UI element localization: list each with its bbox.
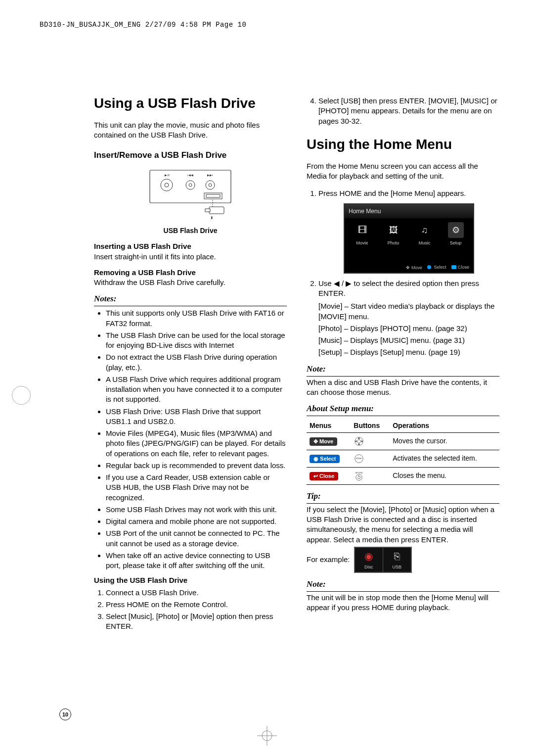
list-item: If you use a Card Reader, USB extension … (106, 472, 287, 503)
usb-cell: ⎘ USB (383, 548, 411, 572)
usb-icon: ⎘ (385, 550, 409, 563)
note2-heading: Note: (307, 579, 499, 592)
page-number: 10 (59, 709, 71, 720)
list-item: Use ◀ / ▶ to select the desired option t… (318, 279, 499, 358)
note-heading: Note: (307, 364, 499, 377)
section-heading-home: Using the Home Menu (307, 135, 499, 154)
home-menu-body: 🎞 Movie 🖼 Photo ♫ Music (345, 218, 473, 249)
col-menus: Menus (307, 419, 351, 432)
notes-list: This unit supports only USB Flash Drive … (94, 308, 287, 570)
tip-text: If you select the [Movie], [Photo] or [M… (307, 505, 499, 545)
col-buttons: Buttons (351, 419, 390, 432)
home-menu-item-photo: 🖼 Photo (382, 222, 405, 246)
select-badge: ◉ Select (310, 455, 340, 463)
enter-button-icon: ENTER (354, 453, 364, 464)
using-usb-heading: Using the USB Flash Drive (94, 575, 287, 585)
close-badge: ↩ Close (310, 472, 338, 480)
home-item-label: Photo (388, 240, 400, 245)
op-text: Activates the selected item. (390, 450, 499, 467)
home-menu-hints: ✥Move Select Close (345, 249, 473, 273)
home-menu-item-music: ♫ Music (413, 222, 437, 246)
inserting-heading: Inserting a USB Flash Drive (94, 241, 287, 251)
svg-text:I◀◀: I◀◀ (187, 174, 193, 177)
tip-heading: Tip: (307, 491, 499, 504)
op-text: Closes the menu. (390, 467, 499, 484)
list-item: Press HOME on the Remote Control. (106, 600, 287, 610)
usb-label: USB (392, 565, 401, 569)
content-columns: Using a USB Flash Drive This unit can pl… (94, 94, 499, 637)
home-steps: Press HOME and the [Home Menu] appears. … (307, 189, 499, 358)
using-usb-steps: Connect a USB Flash Drive. Press HOME on… (94, 588, 287, 632)
disc-label: Disc (364, 565, 373, 569)
table-row: ◉ Select ENTER Activates the selected it… (307, 450, 499, 467)
step2-text: Use ◀ / ▶ to select the desired option t… (318, 279, 479, 297)
list-item: Select [USB] then press ENTER. [MOVIE], … (318, 96, 499, 126)
option-line: [Movie] – Start video media's playback o… (318, 301, 499, 322)
svg-text:⬍: ⬍ (210, 216, 214, 220)
return-hint-icon (451, 265, 456, 269)
list-item: A USB Flash Drive which requires additio… (106, 375, 287, 405)
inserting-text: Insert straight-in until it fits into pl… (94, 252, 287, 262)
about-setup-heading: About Setup menu: (307, 403, 499, 416)
svg-rect-13 (205, 209, 210, 212)
svg-text:RETURN: RETURN (356, 472, 363, 474)
home-menu-item-setup: ⚙ Setup (444, 222, 468, 246)
list-item: Connect a USB Flash Drive. (106, 588, 287, 598)
photo-icon: 🖼 (386, 222, 401, 238)
list-item: The USB Flash Drive can be used for the … (106, 331, 287, 351)
dpad-button-icon (354, 436, 364, 447)
svg-text:▶▶I: ▶▶I (207, 174, 213, 177)
usb-caption: USB Flash Drive (94, 226, 287, 236)
for-example-label: For example: (307, 555, 350, 563)
col-operations: Operations (390, 419, 499, 432)
setup-icon: ⚙ (448, 222, 464, 238)
table-row: ✥ Move Moves the cursor. (307, 432, 499, 450)
table-header-row: Menus Buttons Operations (307, 419, 499, 432)
svg-text:▶/II: ▶/II (165, 174, 170, 177)
home-menu-title: Home Menu (345, 204, 473, 218)
media-select-figure: ◉ Disc ⎘ USB (354, 547, 412, 573)
list-item: Digital camera and mobile phone are not … (106, 517, 287, 526)
list-item: USB Port of the unit cannot be connected… (106, 528, 287, 549)
svg-point-21 (356, 474, 362, 480)
list-item: Press HOME and the [Home Menu] appears. … (318, 189, 499, 274)
home-item-label: Music (419, 240, 431, 245)
svg-point-17 (357, 439, 361, 443)
print-header: BD310-JN_BUSAJJK_OM_ENG 2/27/09 4:58 PM … (40, 21, 246, 29)
step1-text: Press HOME and the [Home Menu] appears. (318, 189, 466, 197)
note2-text: The unit will be in stop mode then the [… (307, 593, 499, 613)
disc-cell: ◉ Disc (355, 548, 383, 572)
usb-insert-figure: ▶/II I◀◀ ▶▶I ⬍ USB Flash Drive (94, 167, 287, 236)
home-menu-item-movie: 🎞 Movie (351, 222, 374, 246)
option-descriptions: [Movie] – Start video media's playback o… (318, 301, 499, 357)
usb-intro: This unit can play the movie, music and … (94, 120, 287, 141)
movie-icon: 🎞 (355, 222, 370, 238)
option-line: [Photo] – Displays [PHOTO] menu. (page 3… (318, 324, 499, 333)
list-item: Select [Music], [Photo] or [Movie] optio… (106, 612, 287, 632)
removing-text: Withdraw the USB Flash Drive carefully. (94, 278, 287, 287)
return-button-icon: RETURN (354, 471, 364, 481)
section-heading-usb: Using a USB Flash Drive (94, 94, 287, 113)
manual-page: BD310-JN_BUSAJJK_OM_ENG 2/27/09 4:58 PM … (0, 0, 534, 756)
select-dot-icon (427, 265, 431, 269)
list-item: Regular back up is recommended to preven… (106, 461, 287, 471)
home-menu-figure: Home Menu 🎞 Movie 🖼 Photo ♫ (344, 203, 474, 274)
svg-text:ENTER: ENTER (356, 458, 362, 460)
left-column: Using a USB Flash Drive This unit can pl… (94, 94, 287, 637)
list-item: Movie Files (MPEG4), Music files (MP3/WM… (106, 428, 287, 459)
crop-mark-bottom-icon (257, 726, 277, 747)
list-item: Do not extract the USB Flash Drive durin… (106, 352, 287, 373)
insert-remove-heading: Insert/Remove a USB Flash Drive (94, 150, 287, 161)
music-icon: ♫ (417, 222, 433, 238)
binding-hole-icon (12, 386, 31, 405)
list-item: This unit supports only USB Flash Drive … (106, 308, 287, 329)
notes-heading: Notes: (94, 293, 287, 306)
table-row: ↩ Close RETURN Closes the menu. (307, 467, 499, 484)
removing-heading: Removing a USB Flash Drive (94, 268, 287, 278)
home-item-label: Setup (450, 240, 462, 245)
move-badge: ✥ Move (310, 437, 337, 446)
dpad-icon: ✥ (406, 265, 410, 271)
continued-steps: Select [USB] then press ENTER. [MOVIE], … (307, 96, 499, 126)
option-line: [Music] – Displays [MUSIC] menu. (page 3… (318, 335, 499, 345)
note-text: When a disc and USB Flash Drive have the… (307, 378, 499, 398)
